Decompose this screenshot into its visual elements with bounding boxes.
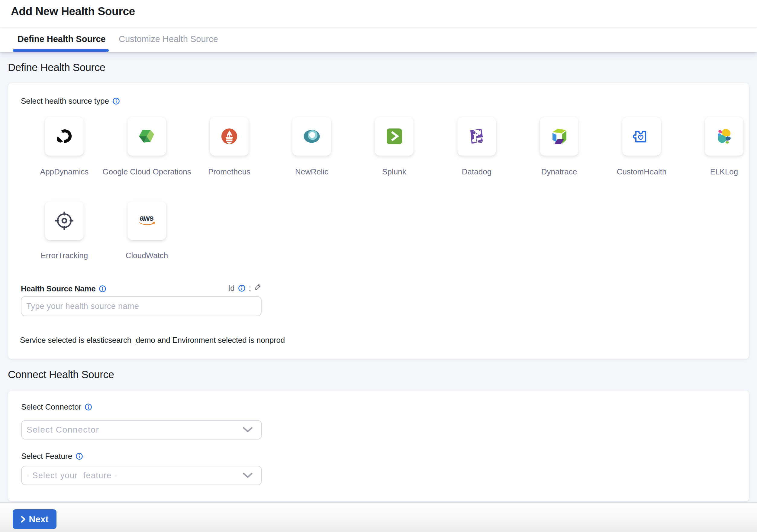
svg-text:aws: aws: [139, 214, 154, 223]
